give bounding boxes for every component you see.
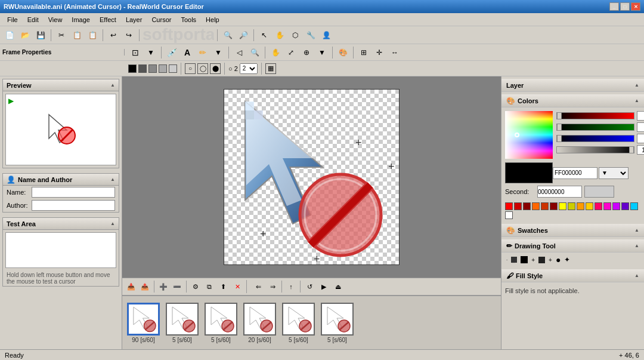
palette-cyan[interactable]	[630, 202, 638, 210]
frame-item-4[interactable]: 20 [s/60]	[243, 303, 276, 343]
name-input[interactable]	[32, 187, 115, 198]
blue-slider[interactable]	[556, 135, 634, 142]
color4-swatch[interactable]	[159, 64, 167, 73]
play-btn[interactable]: ▶	[317, 280, 330, 293]
palette-darkred2[interactable]	[523, 202, 531, 210]
palette-orange[interactable]	[532, 202, 540, 210]
palette-amber[interactable]	[577, 202, 584, 210]
zoom-out-button[interactable]: 🔎	[236, 28, 250, 42]
paste-button[interactable]: 📋	[85, 28, 100, 42]
hand-tool[interactable]: ✋	[268, 45, 283, 60]
palette-gold[interactable]	[586, 202, 593, 210]
disc-shape[interactable]: ⬤	[210, 63, 221, 74]
anim-add-btn[interactable]: ➕	[157, 280, 170, 293]
palette-violet[interactable]	[621, 202, 629, 210]
red-slider[interactable]	[556, 112, 634, 119]
dot-medium[interactable]: ■	[521, 256, 528, 263]
second-swatch[interactable]	[584, 186, 614, 198]
dot-star[interactable]: ✦	[564, 256, 570, 264]
menu-tools[interactable]: Tools	[176, 15, 201, 24]
fill-style-collapse[interactable]: ▲	[634, 273, 639, 278]
palette-darkorange[interactable]	[541, 202, 549, 210]
move2-tool[interactable]: ↔	[388, 45, 402, 60]
open-button[interactable]: 📂	[18, 28, 32, 42]
palette-yellow[interactable]	[559, 202, 566, 210]
frame-item-6[interactable]: 5 [s/60]	[321, 303, 354, 343]
tool3[interactable]: ⬡	[288, 28, 302, 42]
palette-darkyellow[interactable]	[568, 202, 575, 210]
close-button[interactable]: ✕	[631, 2, 640, 11]
export-btn[interactable]: 📤	[139, 280, 152, 293]
select-tool2[interactable]: ▼	[144, 45, 158, 60]
palette-white[interactable]	[505, 211, 513, 219]
menu-image[interactable]: Image	[67, 15, 95, 24]
tool4[interactable]: 🔧	[304, 28, 318, 42]
menu-layer[interactable]: Layer	[121, 15, 147, 24]
color-hex-input[interactable]: FF000000	[553, 167, 597, 179]
minimize-button[interactable]: _	[609, 2, 619, 11]
text-tool[interactable]: A	[180, 45, 194, 60]
dot-large[interactable]: ■	[538, 257, 545, 263]
anim-dup-btn[interactable]: ⧉	[203, 280, 216, 293]
shape-tool[interactable]: ◁	[232, 45, 246, 60]
cut-button[interactable]: ✂	[54, 28, 69, 42]
alpha-value[interactable]: 100	[637, 145, 644, 155]
frame-item-1[interactable]: 90 [s/60]	[127, 303, 160, 343]
color-mode-select[interactable]: ▼	[599, 167, 628, 179]
swatches-collapse[interactable]: ▲	[634, 227, 639, 233]
anchor-drop[interactable]: ▼	[315, 45, 329, 60]
play-fwd-btn[interactable]: ⇒	[266, 280, 279, 293]
step-back-btn[interactable]: ↑	[284, 280, 298, 293]
tool5[interactable]: 👤	[319, 28, 333, 42]
frame-item-3[interactable]: 5 [s/60]	[205, 303, 237, 343]
menu-file[interactable]: File	[2, 15, 23, 24]
dot-tiny[interactable]: ·	[506, 257, 507, 263]
round-shape[interactable]: ◯	[197, 63, 208, 74]
play-back-btn[interactable]: ⇐	[252, 280, 265, 293]
color-tool[interactable]: 🎨	[336, 45, 350, 60]
anim-move-btn[interactable]: ⬆	[217, 280, 230, 293]
layer-collapse[interactable]: ▲	[634, 82, 639, 88]
menu-cursor[interactable]: Cursor	[147, 15, 176, 24]
second-hex-input[interactable]: 00000000	[537, 186, 582, 198]
palette-darkred[interactable]	[514, 202, 522, 210]
palette-hotpink[interactable]	[603, 202, 611, 210]
author-input[interactable]	[32, 200, 115, 211]
eyedrop-tool[interactable]: 💉	[165, 45, 179, 60]
crosshair-tool[interactable]: ✛	[372, 45, 386, 60]
cursor-button[interactable]: ↖	[257, 28, 271, 42]
save-button[interactable]: 💾	[33, 28, 48, 42]
hand-button[interactable]: ✋	[273, 28, 287, 42]
palette-red[interactable]	[505, 202, 513, 210]
frame-item-5[interactable]: 5 [s/60]	[282, 303, 315, 343]
dot-circle[interactable]: ●	[556, 255, 561, 264]
blue-value[interactable]: 0	[637, 134, 644, 143]
stop-btn[interactable]: ⏏	[332, 280, 345, 293]
circle-shape[interactable]: ○	[185, 63, 196, 74]
color3-swatch[interactable]	[148, 64, 157, 73]
palette-brown[interactable]	[550, 202, 558, 210]
anchor-tool[interactable]: ⊕	[299, 45, 314, 60]
import-btn[interactable]: 📥	[125, 280, 138, 293]
pattern-btn[interactable]: ▦	[265, 63, 276, 74]
dot-cross[interactable]: +	[531, 257, 535, 263]
grid-tool[interactable]: ⊞	[357, 45, 371, 60]
undo-button[interactable]: ↩	[106, 28, 120, 42]
red-value[interactable]: 0	[637, 111, 644, 121]
dot-small[interactable]: ■	[511, 257, 517, 263]
color-spectrum[interactable]	[505, 111, 553, 159]
copy-button[interactable]: 📋	[70, 28, 84, 42]
pencil-drop[interactable]: ▼	[211, 45, 225, 60]
test-area-collapse[interactable]: ▲	[110, 221, 115, 226]
menu-help[interactable]: Help	[201, 15, 224, 24]
menu-view[interactable]: View	[44, 15, 67, 24]
green-value[interactable]: 0	[637, 122, 644, 132]
test-area-content[interactable]	[5, 232, 116, 268]
anim-x-btn[interactable]: ✕	[231, 280, 244, 293]
green-slider[interactable]	[556, 124, 634, 131]
anim-props-btn[interactable]: ⚙	[189, 280, 202, 293]
move-tool[interactable]: ⤢	[284, 45, 298, 60]
new-button[interactable]: 📄	[2, 28, 17, 42]
menu-effect[interactable]: Effect	[95, 15, 121, 24]
anim-del-btn[interactable]: ➖	[171, 280, 184, 293]
